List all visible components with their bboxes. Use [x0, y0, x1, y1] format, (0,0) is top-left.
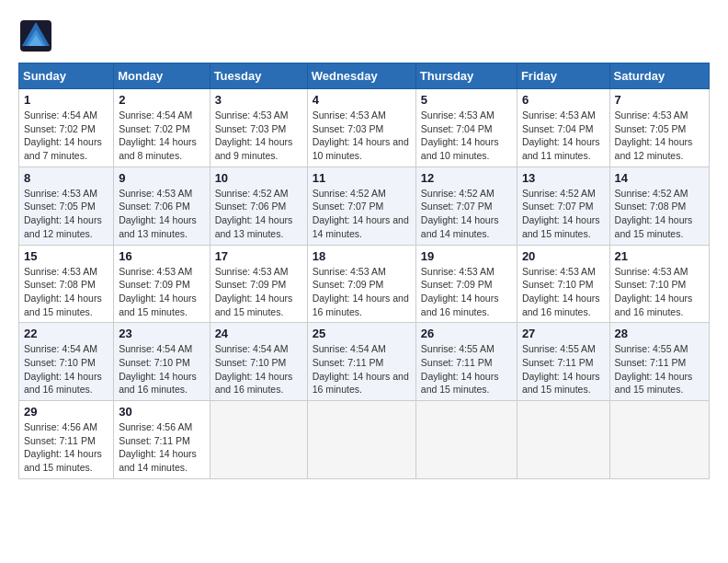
day-number: 9	[119, 171, 204, 185]
calendar-day-cell: 20 Sunrise: 4:53 AM Sunset: 7:10 PM Dayl…	[517, 245, 609, 323]
day-number: 11	[313, 171, 411, 185]
day-info: Sunrise: 4:54 AM Sunset: 7:10 PM Dayligh…	[24, 342, 108, 396]
day-info: Sunrise: 4:53 AM Sunset: 7:05 PM Dayligh…	[24, 187, 108, 241]
day-info: Sunrise: 4:52 AM Sunset: 7:07 PM Dayligh…	[522, 187, 605, 241]
calendar-day-cell: 11 Sunrise: 4:52 AM Sunset: 7:07 PM Dayl…	[307, 167, 415, 245]
calendar-day-cell: 28 Sunrise: 4:55 AM Sunset: 7:11 PM Dayl…	[609, 323, 709, 401]
day-info: Sunrise: 4:54 AM Sunset: 7:10 PM Dayligh…	[119, 342, 204, 396]
day-info: Sunrise: 4:53 AM Sunset: 7:03 PM Dayligh…	[215, 109, 302, 163]
day-number: 4	[313, 93, 411, 107]
day-info: Sunrise: 4:53 AM Sunset: 7:10 PM Dayligh…	[615, 265, 704, 319]
day-info: Sunrise: 4:55 AM Sunset: 7:11 PM Dayligh…	[522, 342, 605, 396]
day-number: 3	[215, 93, 302, 107]
day-number: 23	[119, 327, 204, 340]
calendar-day-cell: 1 Sunrise: 4:54 AM Sunset: 7:02 PM Dayli…	[19, 89, 114, 167]
calendar-day-cell: 26 Sunrise: 4:55 AM Sunset: 7:11 PM Dayl…	[415, 323, 517, 401]
calendar-week-row: 22 Sunrise: 4:54 AM Sunset: 7:10 PM Dayl…	[19, 323, 710, 401]
calendar-day-header: Monday	[114, 63, 210, 89]
day-info: Sunrise: 4:55 AM Sunset: 7:11 PM Dayligh…	[421, 342, 512, 396]
day-info: Sunrise: 4:54 AM Sunset: 7:10 PM Dayligh…	[215, 342, 302, 396]
day-info: Sunrise: 4:52 AM Sunset: 7:07 PM Dayligh…	[313, 187, 411, 241]
day-info: Sunrise: 4:52 AM Sunset: 7:08 PM Dayligh…	[615, 187, 704, 241]
day-number: 29	[24, 405, 108, 419]
day-number: 8	[24, 171, 108, 185]
calendar-day-cell: 8 Sunrise: 4:53 AM Sunset: 7:05 PM Dayli…	[19, 167, 114, 245]
day-number: 7	[615, 93, 704, 107]
calendar-day-cell: 30 Sunrise: 4:56 AM Sunset: 7:11 PM Dayl…	[114, 401, 210, 479]
day-number: 18	[313, 249, 411, 263]
calendar-day-cell: 29 Sunrise: 4:56 AM Sunset: 7:11 PM Dayl…	[19, 401, 114, 479]
day-info: Sunrise: 4:54 AM Sunset: 7:02 PM Dayligh…	[24, 109, 108, 163]
calendar-day-cell: 4 Sunrise: 4:53 AM Sunset: 7:03 PM Dayli…	[307, 89, 415, 167]
day-number: 12	[421, 171, 512, 185]
calendar-day-cell: 3 Sunrise: 4:53 AM Sunset: 7:03 PM Dayli…	[210, 89, 307, 167]
calendar-week-row: 15 Sunrise: 4:53 AM Sunset: 7:08 PM Dayl…	[19, 245, 710, 323]
calendar-week-row: 1 Sunrise: 4:54 AM Sunset: 7:02 PM Dayli…	[19, 89, 710, 167]
calendar-week-row: 29 Sunrise: 4:56 AM Sunset: 7:11 PM Dayl…	[19, 401, 710, 479]
logo	[18, 18, 61, 53]
day-info: Sunrise: 4:53 AM Sunset: 7:04 PM Dayligh…	[421, 109, 512, 163]
calendar-day-header: Saturday	[609, 63, 709, 89]
calendar-day-cell: 12 Sunrise: 4:52 AM Sunset: 7:07 PM Dayl…	[415, 167, 517, 245]
day-info: Sunrise: 4:54 AM Sunset: 7:02 PM Dayligh…	[119, 109, 204, 163]
calendar-body: 1 Sunrise: 4:54 AM Sunset: 7:02 PM Dayli…	[19, 89, 710, 479]
calendar-day-cell: 14 Sunrise: 4:52 AM Sunset: 7:08 PM Dayl…	[609, 167, 709, 245]
calendar-day-cell: 18 Sunrise: 4:53 AM Sunset: 7:09 PM Dayl…	[307, 245, 415, 323]
day-info: Sunrise: 4:53 AM Sunset: 7:06 PM Dayligh…	[119, 187, 204, 241]
day-info: Sunrise: 4:56 AM Sunset: 7:11 PM Dayligh…	[24, 420, 108, 475]
day-number: 25	[313, 327, 411, 340]
calendar-day-cell: 23 Sunrise: 4:54 AM Sunset: 7:10 PM Dayl…	[114, 323, 210, 401]
calendar-day-cell: 5 Sunrise: 4:53 AM Sunset: 7:04 PM Dayli…	[415, 89, 517, 167]
day-number: 17	[215, 249, 302, 263]
day-info: Sunrise: 4:53 AM Sunset: 7:10 PM Dayligh…	[522, 265, 605, 319]
calendar-day-cell: 25 Sunrise: 4:54 AM Sunset: 7:11 PM Dayl…	[307, 323, 415, 401]
day-number: 24	[215, 327, 302, 340]
calendar-day-header: Sunday	[19, 63, 114, 89]
calendar-day-cell: 10 Sunrise: 4:52 AM Sunset: 7:06 PM Dayl…	[210, 167, 307, 245]
calendar-day-cell: 2 Sunrise: 4:54 AM Sunset: 7:02 PM Dayli…	[114, 89, 210, 167]
day-number: 5	[421, 93, 512, 107]
day-number: 22	[24, 327, 108, 340]
day-number: 27	[522, 327, 605, 340]
calendar-day-cell: 16 Sunrise: 4:53 AM Sunset: 7:09 PM Dayl…	[114, 245, 210, 323]
calendar-table: SundayMondayTuesdayWednesdayThursdayFrid…	[18, 63, 710, 479]
calendar-day-cell	[307, 401, 415, 479]
day-number: 13	[522, 171, 605, 185]
logo-icon	[18, 18, 53, 53]
calendar-header-row: SundayMondayTuesdayWednesdayThursdayFrid…	[19, 63, 710, 89]
day-number: 15	[24, 249, 108, 263]
calendar-day-header: Friday	[517, 63, 609, 89]
day-info: Sunrise: 4:53 AM Sunset: 7:09 PM Dayligh…	[215, 265, 302, 319]
day-info: Sunrise: 4:53 AM Sunset: 7:09 PM Dayligh…	[119, 265, 204, 319]
calendar-day-cell: 9 Sunrise: 4:53 AM Sunset: 7:06 PM Dayli…	[114, 167, 210, 245]
day-number: 28	[615, 327, 704, 340]
calendar-day-cell: 27 Sunrise: 4:55 AM Sunset: 7:11 PM Dayl…	[517, 323, 609, 401]
day-number: 6	[522, 93, 605, 107]
calendar-day-cell: 6 Sunrise: 4:53 AM Sunset: 7:04 PM Dayli…	[517, 89, 609, 167]
day-number: 2	[119, 93, 204, 107]
calendar-day-cell	[415, 401, 517, 479]
calendar-day-cell	[609, 401, 709, 479]
day-info: Sunrise: 4:53 AM Sunset: 7:09 PM Dayligh…	[313, 265, 411, 319]
calendar-day-cell: 21 Sunrise: 4:53 AM Sunset: 7:10 PM Dayl…	[609, 245, 709, 323]
day-number: 16	[119, 249, 204, 263]
day-info: Sunrise: 4:56 AM Sunset: 7:11 PM Dayligh…	[119, 420, 204, 475]
calendar-day-cell: 19 Sunrise: 4:53 AM Sunset: 7:09 PM Dayl…	[415, 245, 517, 323]
day-info: Sunrise: 4:53 AM Sunset: 7:04 PM Dayligh…	[522, 109, 605, 163]
day-info: Sunrise: 4:55 AM Sunset: 7:11 PM Dayligh…	[615, 342, 704, 396]
calendar-day-cell	[517, 401, 609, 479]
day-number: 10	[215, 171, 302, 185]
day-info: Sunrise: 4:52 AM Sunset: 7:06 PM Dayligh…	[215, 187, 302, 241]
calendar-day-cell	[210, 401, 307, 479]
calendar-day-header: Wednesday	[307, 63, 415, 89]
day-number: 20	[522, 249, 605, 263]
calendar-day-header: Thursday	[415, 63, 517, 89]
calendar-day-cell: 15 Sunrise: 4:53 AM Sunset: 7:08 PM Dayl…	[19, 245, 114, 323]
day-number: 1	[24, 93, 108, 107]
day-info: Sunrise: 4:52 AM Sunset: 7:07 PM Dayligh…	[421, 187, 512, 241]
day-number: 30	[119, 405, 204, 419]
calendar-day-cell: 13 Sunrise: 4:52 AM Sunset: 7:07 PM Dayl…	[517, 167, 609, 245]
calendar-day-header: Tuesday	[210, 63, 307, 89]
day-info: Sunrise: 4:53 AM Sunset: 7:09 PM Dayligh…	[421, 265, 512, 319]
day-info: Sunrise: 4:53 AM Sunset: 7:03 PM Dayligh…	[313, 109, 411, 163]
